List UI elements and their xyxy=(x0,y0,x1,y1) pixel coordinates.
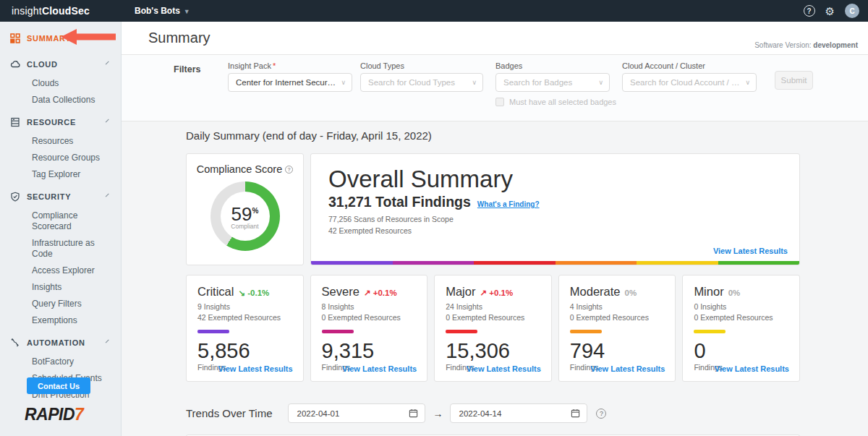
cloud-types-label: Cloud Types xyxy=(360,61,483,70)
insight-pack-select[interactable]: Center for Internet Security (CIS… ∨ xyxy=(228,73,352,92)
sidebar-item-exemptions[interactable]: Exemptions xyxy=(0,312,121,329)
gradient-bar-segment xyxy=(637,261,718,265)
view-latest-results-link[interactable]: View Latest Results xyxy=(715,364,789,373)
avatar[interactable]: C xyxy=(845,4,859,18)
compliance-score-card: Compliance Score ? 59% Compliant xyxy=(186,153,304,265)
must-have-all-badges-label: Must have all selected badges xyxy=(509,98,616,106)
view-latest-results-link[interactable]: View Latest Results xyxy=(713,247,788,255)
sidebar-item-resource-groups[interactable]: Resource Groups xyxy=(0,150,121,166)
chevron-down-icon: ▼ xyxy=(184,8,190,15)
view-latest-results-link[interactable]: View Latest Results xyxy=(590,364,665,373)
sidebar-section-security[interactable]: SECURITY xyxy=(0,183,121,208)
submit-button[interactable]: Submit xyxy=(775,71,813,90)
page-header: Summary Software Version: development xyxy=(122,22,868,55)
server-stack-icon xyxy=(10,117,20,127)
cloud-account-select[interactable]: Search for Cloud Account / Cluster ∨ xyxy=(622,73,757,92)
gradient-bar-segment xyxy=(474,261,556,265)
end-date-value: 2022-04-14 xyxy=(459,409,571,418)
chevron-up-icon xyxy=(106,339,111,345)
arrow-right-icon: → xyxy=(433,408,443,419)
view-latest-results-link[interactable]: View Latest Results xyxy=(467,364,541,373)
severity-insights: 9 Insights xyxy=(197,302,292,311)
severity-cards-row: Critical ↘ -0.1% 9 Insights 42 Exempted … xyxy=(186,275,800,382)
severity-trend: ↘ -0.1% xyxy=(238,288,269,298)
info-icon[interactable]: ? xyxy=(285,166,293,174)
cloud-types-field: Cloud Types Search for Cloud Types ∨ xyxy=(360,61,483,92)
severity-header: Moderate 0% xyxy=(570,285,665,299)
sidebar: SUMMARY CLOUD Clouds Data Collections RE… xyxy=(0,22,122,436)
trends-over-time-label: Trends Over Time xyxy=(186,407,272,419)
whats-a-finding-link[interactable]: What's a Finding? xyxy=(477,200,540,208)
chevron-up-icon xyxy=(106,119,111,124)
badges-select[interactable]: Search for Badges ∨ xyxy=(495,73,610,92)
sidebar-section-cloud[interactable]: CLOUD xyxy=(0,51,121,75)
severity-findings-count: 794 xyxy=(570,340,665,362)
chevron-up-icon xyxy=(106,61,111,67)
severity-insights: 8 Insights xyxy=(322,302,417,311)
severity-header: Severe ↗ +0.1% xyxy=(322,285,417,299)
severity-card-severe: Severe ↗ +0.1% 8 Insights 0 Exempted Res… xyxy=(310,275,428,382)
exempted-resources-line: 42 Exempted Resources xyxy=(328,226,799,235)
sidebar-section-label: SECURITY xyxy=(27,192,71,201)
severity-findings-count: 0 xyxy=(694,340,788,362)
sidebar-section-label: CLOUD xyxy=(27,60,58,69)
org-switcher[interactable]: Bob's Bots ▼ xyxy=(135,6,190,16)
end-date-input[interactable]: 2022-04-14 xyxy=(450,403,587,423)
severity-insights: 0 Insights xyxy=(694,302,788,311)
sidebar-section-resource[interactable]: RESOURCE xyxy=(0,108,121,133)
severity-exempted: 42 Exempted Resources xyxy=(197,313,292,322)
view-latest-results-link[interactable]: View Latest Results xyxy=(218,364,292,373)
compliance-donut-center: 59% Compliant xyxy=(221,192,270,241)
gradient-bar-segment xyxy=(556,261,637,265)
shield-icon xyxy=(10,192,20,202)
start-date-input[interactable]: 2022-04-01 xyxy=(288,403,425,423)
compliance-score-title: Compliance Score ? xyxy=(197,163,293,175)
view-latest-results-link[interactable]: View Latest Results xyxy=(342,364,417,373)
chevron-up-icon xyxy=(106,193,111,199)
overall-summary-title: Overall Summary xyxy=(328,166,799,192)
sidebar-item-clouds[interactable]: Clouds xyxy=(0,75,121,92)
severity-name: Minor xyxy=(694,285,723,299)
cloud-types-select[interactable]: Search for Cloud Types ∨ xyxy=(360,73,483,92)
severity-color-bar xyxy=(322,330,354,333)
sidebar-item-query-filters[interactable]: Query Filters xyxy=(0,296,121,312)
trends-over-time-row: Trends Over Time 2022-04-01 → 2022-04-14… xyxy=(186,403,868,423)
sidebar-item-resources[interactable]: Resources xyxy=(0,133,121,150)
sidebar-item-data-collections[interactable]: Data Collections xyxy=(0,92,121,108)
page-title: Summary xyxy=(148,30,210,46)
sidebar-item-tag-explorer[interactable]: Tag Explorer xyxy=(0,166,121,183)
help-icon[interactable]: ? xyxy=(596,409,606,419)
sidebar-section-automation[interactable]: AUTOMATION xyxy=(0,329,121,354)
contact-us-button[interactable]: Contact Us xyxy=(27,377,90,394)
daily-summary-title: Daily Summary (end of day - Friday, Apri… xyxy=(186,129,868,142)
compliance-caption: Compliant xyxy=(231,223,258,230)
severity-exempted: 0 Exempted Resources xyxy=(446,313,540,322)
severity-header: Critical ↘ -0.1% xyxy=(197,285,292,299)
cloud-types-placeholder: Search for Cloud Types xyxy=(368,78,467,87)
must-have-all-badges-checkbox[interactable] xyxy=(495,98,504,106)
sidebar-item-compliance-scorecard[interactable]: Compliance Scorecard xyxy=(0,208,121,235)
severity-findings-count: 9,315 xyxy=(322,340,417,362)
sidebar-section-label: AUTOMATION xyxy=(27,338,85,347)
top-bar: insightCloudSec Bob's Bots ▼ ? ⚙ C xyxy=(0,0,868,22)
insight-pack-field: Insight Pack* Center for Internet Securi… xyxy=(228,61,352,92)
app-logo: insightCloudSec xyxy=(12,5,90,17)
software-version-value: development xyxy=(813,41,858,49)
compliance-donut-chart: 59% Compliant xyxy=(210,181,280,251)
main-content: Summary Software Version: development Fi… xyxy=(122,22,868,436)
sidebar-item-access-explorer[interactable]: Access Explorer xyxy=(0,262,121,279)
sidebar-item-botfactory[interactable]: BotFactory xyxy=(0,354,121,370)
insight-pack-label: Insight Pack* xyxy=(228,61,352,70)
sidebar-item-insights[interactable]: Insights xyxy=(0,279,121,296)
badges-checkbox-row: Must have all selected badges xyxy=(495,98,616,106)
severity-card-critical: Critical ↘ -0.1% 9 Insights 42 Exempted … xyxy=(186,275,304,382)
gear-icon[interactable]: ⚙ xyxy=(825,6,835,17)
percent-sign: % xyxy=(252,207,259,215)
trend-down-icon: ↘ xyxy=(238,288,245,297)
sidebar-item-infrastructure-as-code[interactable]: Infrastructure as Code xyxy=(0,235,121,262)
start-date-value: 2022-04-01 xyxy=(297,409,409,418)
help-icon[interactable]: ? xyxy=(804,5,815,17)
cloud-icon xyxy=(10,59,20,69)
sidebar-item-summary[interactable]: SUMMARY xyxy=(0,22,121,51)
chevron-down-icon: ∨ xyxy=(341,79,346,86)
